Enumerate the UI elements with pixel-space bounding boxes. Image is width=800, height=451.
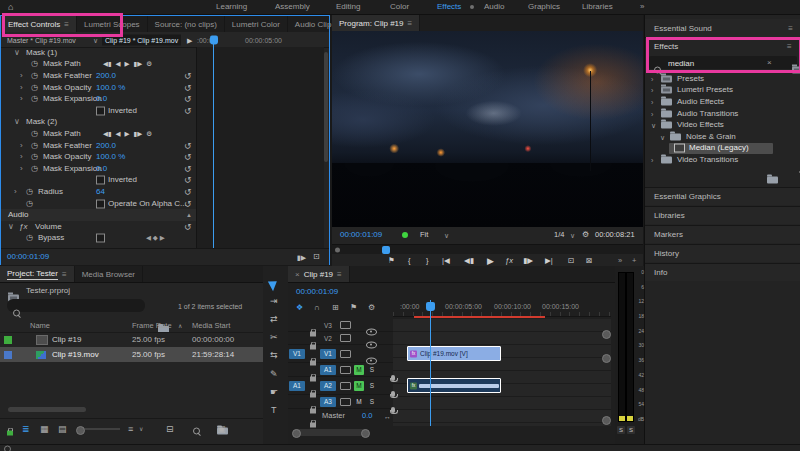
timeline-settings-wrench-icon[interactable]: ⚙: [368, 304, 375, 312]
radius-value[interactable]: 64: [96, 188, 105, 196]
track-header-a1[interactable]: A1 M S: [288, 363, 393, 377]
tab-lumetri-color[interactable]: Lumetri Color: [225, 16, 288, 32]
kf-prev-icon[interactable]: ◀: [146, 234, 151, 241]
mask-feather-value[interactable]: 200.0: [96, 142, 116, 150]
expand-icon[interactable]: ›: [14, 188, 17, 196]
timeline-zoom-scrollbar[interactable]: [293, 429, 368, 436]
expand-icon[interactable]: ›: [20, 165, 23, 173]
add-marker-icon[interactable]: ⚑: [388, 257, 395, 265]
stopwatch-icon[interactable]: ◷: [31, 153, 38, 161]
panel-menu-icon[interactable]: ≡: [788, 24, 793, 33]
panel-header-markers[interactable]: Markers: [645, 225, 800, 243]
play-button-icon[interactable]: ▶: [487, 257, 494, 266]
tab-project[interactable]: Project: Tester ≡: [0, 266, 75, 282]
ec-row-mask1[interactable]: ∨ Mask (1): [1, 47, 323, 59]
export-frame-icon[interactable]: ⊡: [313, 253, 320, 261]
solo-button[interactable]: S: [367, 381, 377, 391]
twirl-icon[interactable]: ∨: [14, 49, 20, 57]
stopwatch-icon[interactable]: ◷: [31, 165, 38, 173]
track-header-a2[interactable]: A1 A2 M S: [288, 377, 393, 395]
icon-view-icon[interactable]: ▦: [40, 425, 49, 434]
add-marker-icon[interactable]: ⚑: [350, 304, 357, 312]
master-clip-label[interactable]: Master * Clip #19.mov: [7, 36, 76, 43]
expand-icon[interactable]: ›: [651, 98, 653, 105]
ec-playhead-marker[interactable]: [210, 35, 218, 44]
mask-expansion-value[interactable]: 0.0: [96, 95, 107, 103]
pen-tool-icon[interactable]: ✎: [270, 370, 278, 379]
new-custom-bin-icon[interactable]: [792, 66, 800, 73]
clip-breadcrumb-label[interactable]: Clip #19 * Clip #19.mov: [102, 34, 181, 45]
project-file-label[interactable]: Tester.prproj: [26, 287, 70, 295]
chevron-down-icon[interactable]: ∨: [93, 36, 98, 43]
zoom-handle-right[interactable]: [361, 429, 370, 438]
program-playhead-marker[interactable]: [382, 246, 390, 254]
expand-icon[interactable]: ›: [20, 84, 23, 92]
new-item-icon[interactable]: ▣: [217, 425, 226, 434]
ec-section-audio[interactable]: Audio ▲: [1, 209, 196, 221]
kf-next-icon[interactable]: ▶: [160, 234, 165, 241]
expand-icon[interactable]: ›: [651, 110, 653, 117]
dropped-frame-indicator[interactable]: [402, 232, 408, 238]
ec-row-mask1-expansion[interactable]: › ◷ Mask Expansion 0.0 ↺: [1, 93, 323, 105]
track-mask-back-1-icon[interactable]: ◀▮: [103, 60, 112, 67]
type-tool-icon[interactable]: T: [271, 406, 277, 415]
ec-playhead-line[interactable]: [213, 41, 214, 248]
sync-lock-icon[interactable]: [340, 321, 351, 329]
track-header-v3[interactable]: V3: [288, 319, 393, 332]
ec-row-mask1-inverted[interactable]: Inverted ↺: [1, 105, 323, 117]
solo-button[interactable]: S: [367, 397, 377, 407]
essential-sound-header[interactable]: Essential Sound ≡: [645, 19, 800, 37]
tree-item-video-transitions[interactable]: › Video Transitions: [645, 154, 800, 166]
collapse-up-icon[interactable]: ▲: [186, 212, 192, 218]
expand-icon[interactable]: ›: [651, 75, 653, 82]
expand-icon[interactable]: ›: [20, 153, 23, 161]
expand-icon[interactable]: ∨: [651, 122, 656, 129]
ec-row-mask1-opacity[interactable]: › ◷ Mask Opacity 100.0 % ↺: [1, 82, 323, 94]
hand-tool-icon[interactable]: ☛: [270, 388, 278, 397]
workspace-effects[interactable]: Effects: [437, 3, 461, 11]
track-name-v1[interactable]: V1: [320, 349, 336, 359]
project-hscrollbar[interactable]: [8, 407, 86, 412]
timeline-vscroll-knob-bottom[interactable]: [602, 354, 611, 363]
reset-icon[interactable]: ↺: [184, 199, 192, 208]
workspace-libraries[interactable]: Libraries: [582, 3, 613, 11]
label-color-blue[interactable]: [4, 351, 12, 359]
workspace-overflow-icon[interactable]: »: [640, 3, 644, 11]
workspace-audio[interactable]: Audio: [484, 3, 504, 11]
expand-icon[interactable]: ∨: [660, 133, 665, 140]
lift-icon[interactable]: ⊡: [568, 257, 574, 265]
track-name-v2[interactable]: V2: [320, 333, 336, 343]
track-header-a3[interactable]: A3 M S: [288, 395, 393, 409]
ec-row-mask2-path[interactable]: ◷ Mask Path ◀▮◀▶▮▶⚙: [1, 128, 323, 140]
program-video-frame[interactable]: [332, 31, 643, 227]
reset-icon[interactable]: ↺: [184, 141, 192, 150]
tree-item-audio-transitions[interactable]: › Audio Transitions: [645, 108, 800, 120]
solo-button[interactable]: S: [367, 365, 377, 375]
track-header-v1[interactable]: V1 V1: [288, 345, 393, 363]
tab-source-monitor[interactable]: Source: (no clips): [148, 16, 225, 32]
twirl-icon[interactable]: ∨: [14, 118, 20, 126]
track-mask-back-icon[interactable]: ◀: [116, 60, 121, 67]
wrench-icon[interactable]: ⚙: [146, 130, 152, 137]
track-mask-fwd-icon[interactable]: ▶: [125, 130, 130, 137]
stopwatch-icon[interactable]: ◷: [31, 95, 38, 103]
ec-row-mask2-inverted[interactable]: Inverted ↺: [1, 175, 323, 187]
tree-item-noise-grain[interactable]: ∨ Noise & Grain: [645, 131, 800, 143]
expand-icon[interactable]: ›: [651, 156, 653, 163]
mask-opacity-value[interactable]: 100.0 %: [96, 84, 125, 92]
col-name[interactable]: Name: [30, 322, 50, 330]
ec-row-mask1-path[interactable]: ◷ Mask Path ◀▮◀▶▮▶⚙: [1, 59, 323, 71]
meter-solo-left[interactable]: S: [617, 426, 625, 434]
panel-header-libraries[interactable]: Libraries: [645, 206, 800, 224]
inverted-checkbox[interactable]: [96, 176, 105, 185]
new-bin-icon[interactable]: [767, 177, 778, 184]
track-mask-fwd-1-icon[interactable]: ▮▶: [134, 130, 143, 137]
stopwatch-icon[interactable]: ◷: [31, 142, 38, 150]
bypass-checkbox[interactable]: [96, 234, 105, 243]
tree-item-audio-effects[interactable]: › Audio Effects: [645, 96, 800, 108]
tab-program-monitor[interactable]: Program: Clip #19 ≡: [332, 15, 420, 31]
tab-media-browser[interactable]: Media Browser: [75, 266, 143, 282]
reset-icon[interactable]: ↺: [184, 222, 192, 231]
meter-solo-right[interactable]: S: [627, 426, 635, 434]
ec-scrollbar[interactable]: [324, 52, 328, 162]
